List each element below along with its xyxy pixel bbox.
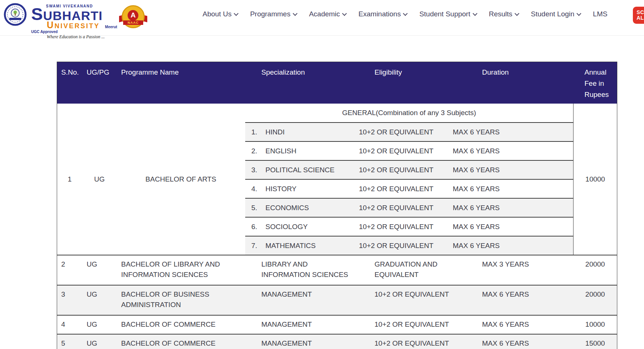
site-header: SWAMI VIVEKANAND SUBHARTI UNIVERSITY Mee… bbox=[0, 0, 644, 36]
brand-line-swami: SWAMI VIVEKANAND bbox=[46, 4, 117, 8]
specializations-group-cell: GENERAL(Combination of any 3 Subjects) 1… bbox=[245, 104, 574, 255]
programme-row-1: 1 UG BACHELOR OF ARTS GENERAL(Combinatio… bbox=[57, 104, 617, 255]
sno-cell: 4 bbox=[57, 315, 82, 334]
eligibility-cell: 10+2 OR EQUIVALENT bbox=[358, 315, 466, 334]
sno-cell: 3 bbox=[57, 285, 82, 315]
eligibility-cell: 10+2 OR EQUIVALENT bbox=[358, 334, 466, 349]
programme-row-2: 2 UG BACHELOR OF LIBRARY AND INFORMATION… bbox=[57, 255, 617, 285]
specialization-row: 3. POLITICAL SCIENCE 10+2 OR EQUIVALENT … bbox=[245, 160, 574, 179]
university-wordmark: SWAMI VIVEKANAND SUBHARTI UNIVERSITY Mee… bbox=[31, 4, 117, 39]
level-cell: UG bbox=[82, 104, 117, 255]
subject-eligibility-cell: 10+2 OR EQUIVALENT bbox=[356, 198, 449, 217]
chevron-down-icon bbox=[342, 11, 347, 16]
brand-initial-u: U bbox=[47, 20, 55, 30]
duration-cell: MAX 3 YEARS bbox=[466, 255, 574, 285]
university-seal-icon bbox=[4, 3, 27, 26]
specialization-row: 4. HISTORY 10+2 OR EQUIVALENT MAX 6 YEAR… bbox=[245, 179, 574, 198]
subject-eligibility-cell: 10+2 OR EQUIVALENT bbox=[356, 179, 449, 198]
chevron-down-icon bbox=[234, 11, 239, 16]
subject-eligibility-cell: 10+2 OR EQUIVALENT bbox=[356, 160, 449, 179]
chevron-down-icon bbox=[403, 11, 408, 16]
nav-item-results[interactable]: Results bbox=[489, 10, 519, 18]
nav-item-about-us[interactable]: About Us bbox=[203, 10, 238, 18]
specialization-row: 2. ENGLISH 10+2 OR EQUIVALENT MAX 6 YEAR… bbox=[245, 141, 574, 160]
naac-grade: A bbox=[128, 10, 138, 21]
nav-label: Student Login bbox=[531, 10, 574, 18]
nav-label: Academic bbox=[309, 10, 340, 18]
fee-cell: 10000 bbox=[574, 104, 617, 255]
naac-badge-icon: A NAAC bbox=[122, 5, 145, 28]
university-logo[interactable]: SWAMI VIVEKANAND SUBHARTI UNIVERSITY Mee… bbox=[4, 3, 145, 39]
subject-name-cell: ENGLISH bbox=[260, 141, 356, 160]
programme-cell: BACHELOR OF BUSINESS ADMINISTRATION bbox=[117, 285, 245, 315]
subject-duration-cell: MAX 6 YEARS bbox=[449, 123, 574, 141]
subject-eligibility-cell: 10+2 OR EQUIVALENT bbox=[356, 217, 449, 236]
nav-label: About Us bbox=[203, 10, 231, 18]
specialization-cell: MANAGEMENT bbox=[245, 334, 358, 349]
chevron-down-icon bbox=[515, 11, 519, 16]
subject-number-cell: 3. bbox=[245, 160, 260, 179]
programmes-table: S.No. UG/PG Programme Name Specializatio… bbox=[57, 62, 617, 349]
subject-number-cell: 4. bbox=[245, 179, 260, 198]
specialization-cell: MANAGEMENT bbox=[245, 285, 358, 315]
specialization-row: 7. MATHEMATICS 10+2 OR EQUIVALENT MAX 6 … bbox=[245, 236, 574, 255]
subject-number-cell: 2. bbox=[245, 141, 260, 160]
chevron-down-icon bbox=[576, 11, 581, 16]
duration-cell: MAX 6 YEARS bbox=[466, 334, 574, 349]
nav-item-examinations[interactable]: Examinations bbox=[358, 10, 407, 18]
brand-ugc-approved: UGC Approved bbox=[31, 30, 117, 34]
brand-tagline: Where Education is a Passion ... bbox=[47, 35, 117, 39]
eligibility-cell: GRADUATION AND EQUIVALENT bbox=[358, 255, 466, 285]
nav-item-student-login[interactable]: Student Login bbox=[531, 10, 581, 18]
programme-cell: BACHELOR OF ARTS bbox=[117, 104, 245, 255]
level-cell: UG bbox=[82, 315, 117, 334]
subject-number-cell: 1. bbox=[245, 123, 260, 141]
eligibility-cell: 10+2 OR EQUIVALENT bbox=[358, 285, 466, 315]
scam-alert-button[interactable]: SCAM ALERT bbox=[633, 7, 644, 24]
col-header-ugpg: UG/PG bbox=[82, 62, 117, 104]
chevron-down-icon bbox=[293, 11, 298, 16]
col-header-annual-fee: Annual Fee in Rupees bbox=[574, 62, 617, 104]
subject-name-cell: HISTORY bbox=[260, 179, 356, 198]
subject-name-cell: HINDI bbox=[260, 123, 356, 141]
specialization-cell: LIBRARY AND INFORMATION SCIENCES bbox=[245, 255, 358, 285]
subharti-programmes-page: { "brand": { "swami": "SWAMI VIVEKANAND"… bbox=[0, 0, 644, 349]
specialization-row: 1. HINDI 10+2 OR EQUIVALENT MAX 6 YEARS bbox=[245, 123, 574, 141]
brand-city: Meerut bbox=[105, 25, 117, 29]
subject-duration-cell: MAX 6 YEARS bbox=[449, 217, 574, 236]
specialization-cell: MANAGEMENT bbox=[245, 315, 358, 334]
subject-eligibility-cell: 10+2 OR EQUIVALENT bbox=[356, 236, 449, 255]
col-header-sno: S.No. bbox=[57, 62, 82, 104]
duration-cell: MAX 6 YEARS bbox=[466, 285, 574, 315]
brand-rest-university: NIVERSITY bbox=[55, 22, 100, 30]
naac-label: NAAC bbox=[123, 20, 143, 25]
table-header-row: S.No. UG/PG Programme Name Specializatio… bbox=[57, 62, 617, 104]
subject-name-cell: POLITICAL SCIENCE bbox=[260, 160, 356, 179]
nav-item-lms[interactable]: LMS bbox=[593, 10, 607, 18]
programme-cell: BACHELOR OF LIBRARY AND INFORMATION SCIE… bbox=[117, 255, 245, 285]
nav-item-student-support[interactable]: Student Support bbox=[419, 10, 476, 18]
sno-cell: 5 bbox=[57, 334, 82, 349]
subject-name-cell: SOCIOLOGY bbox=[260, 217, 356, 236]
programme-row-4: 4 UG BACHELOR OF COMMERCE MANAGEMENT 10+… bbox=[57, 315, 617, 334]
subject-eligibility-cell: 10+2 OR EQUIVALENT bbox=[356, 123, 449, 141]
subject-number-cell: 5. bbox=[245, 198, 260, 217]
programme-cell: BACHELOR OF COMMERCE bbox=[117, 315, 245, 334]
nav-item-academic[interactable]: Academic bbox=[309, 10, 346, 18]
programme-row-3: 3 UG BACHELOR OF BUSINESS ADMINISTRATION… bbox=[57, 285, 617, 315]
col-header-eligibility: Eligibility bbox=[358, 62, 466, 104]
programme-row-5: 5 UG BACHELOR OF COMMERCE MANAGEMENT 10+… bbox=[57, 334, 617, 349]
fee-cell: 15000 bbox=[574, 334, 617, 349]
subject-duration-cell: MAX 6 YEARS bbox=[449, 198, 574, 217]
main-nav: About Us Programmes Academic Examination… bbox=[203, 0, 607, 28]
subject-number-cell: 7. bbox=[245, 236, 260, 255]
fee-cell: 10000 bbox=[574, 315, 617, 334]
subject-duration-cell: MAX 6 YEARS bbox=[449, 236, 574, 255]
col-header-duration: Duration bbox=[466, 62, 574, 104]
sno-cell: 2 bbox=[57, 255, 82, 285]
subject-number-cell: 6. bbox=[245, 217, 260, 236]
nav-item-programmes[interactable]: Programmes bbox=[250, 10, 297, 18]
level-cell: UG bbox=[82, 255, 117, 285]
programme-cell: BACHELOR OF COMMERCE bbox=[117, 334, 245, 349]
fee-cell: 20000 bbox=[574, 255, 617, 285]
